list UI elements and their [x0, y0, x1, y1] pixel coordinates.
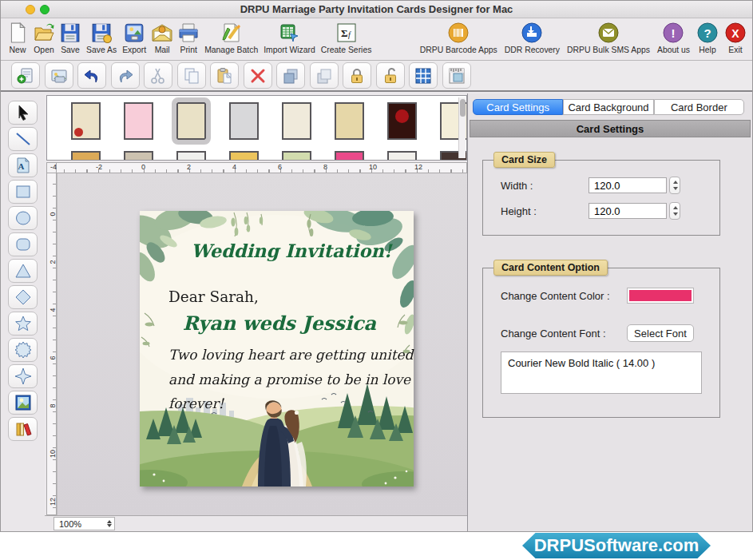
- scrollbar-thumb[interactable]: [460, 99, 466, 117]
- template-9-thumbnail[interactable]: [71, 151, 101, 161]
- select-font-button[interactable]: Select Font: [627, 324, 694, 342]
- tool-ellipse[interactable]: [8, 206, 38, 230]
- template-11-thumbnail[interactable]: [176, 151, 206, 161]
- card-size-group-label: Card Size: [493, 152, 555, 168]
- card-greeting-text[interactable]: Dear Sarah,: [168, 288, 259, 305]
- template-15-thumbnail[interactable]: [387, 151, 417, 161]
- ruler-panel-button[interactable]: [442, 62, 471, 89]
- card-names-text[interactable]: Ryan weds Jessica: [156, 312, 403, 335]
- grid-icon: [414, 67, 432, 85]
- toolbar-item-exit[interactable]: Exit: [725, 21, 746, 54]
- toolbar-item-help[interactable]: Help: [697, 21, 718, 54]
- toolbar-item-label: About us: [657, 46, 690, 54]
- drpu-software-badge[interactable]: DRPUSoftware.com: [522, 533, 711, 558]
- toolbar-item-import-wizard[interactable]: Import Wizard: [264, 21, 315, 54]
- height-stepper[interactable]: [669, 202, 680, 220]
- toolbar-item-label: Export: [122, 46, 146, 54]
- template-1-thumbnail[interactable]: [71, 102, 101, 140]
- paste-button[interactable]: [210, 62, 239, 89]
- template-3-thumbnail[interactable]: [176, 102, 206, 140]
- width-stepper[interactable]: [669, 177, 680, 194]
- tab-card-background[interactable]: Card Background: [563, 99, 653, 115]
- tool-star[interactable]: [8, 312, 38, 336]
- tool-seal[interactable]: [8, 338, 38, 362]
- mail-envelope-icon: [152, 21, 172, 45]
- tool-rounded-rectangle[interactable]: [8, 232, 38, 256]
- width-input[interactable]: 120.0: [589, 177, 667, 193]
- bring-to-front-button[interactable]: [276, 62, 305, 89]
- toolbar-item-save[interactable]: Save: [60, 21, 81, 54]
- drawing-tool-palette: [1, 93, 45, 531]
- template-10-thumbnail[interactable]: [124, 151, 153, 161]
- card-body-text[interactable]: Two loving heart are getting unitedand m…: [168, 343, 414, 416]
- design-canvas[interactable]: Wedding Invitation! Dear Sarah, Ryan wed…: [57, 173, 467, 515]
- invitation-card[interactable]: Wedding Invitation! Dear Sarah, Ryan wed…: [140, 211, 414, 487]
- toolbar-item-drpu-bulk-sms-apps[interactable]: DRPU Bulk SMS Apps: [567, 21, 650, 54]
- send-to-back-button[interactable]: [310, 62, 339, 89]
- template-5-thumbnail[interactable]: [282, 102, 311, 140]
- undo-button[interactable]: [77, 62, 106, 89]
- height-input[interactable]: 120.0: [589, 203, 667, 219]
- zoom-stepper[interactable]: [107, 518, 112, 530]
- tool-picture[interactable]: [8, 391, 38, 415]
- template-7-thumbnail[interactable]: [387, 102, 417, 140]
- panel-header: Card Settings: [470, 120, 751, 137]
- template-scrollbar[interactable]: [458, 97, 466, 158]
- exit-icon: [725, 21, 746, 45]
- tool-library[interactable]: [8, 417, 38, 441]
- settings-tabs: Card Settings Card Background Card Borde…: [473, 99, 744, 115]
- add-card-button[interactable]: [11, 62, 40, 89]
- tool-select[interactable]: [8, 101, 38, 125]
- height-label: Height :: [501, 205, 589, 217]
- tool-triangle[interactable]: [8, 259, 38, 283]
- save-floppy-icon: [60, 21, 81, 45]
- toolbar-item-create-series[interactable]: Create Series: [321, 21, 372, 54]
- zoom-level-select[interactable]: 100%: [54, 517, 115, 530]
- toolbar-item-export[interactable]: Export: [122, 21, 146, 54]
- lock-button[interactable]: [343, 62, 371, 89]
- content-color-swatch[interactable]: [627, 288, 694, 304]
- toolbar-item-open[interactable]: Open: [34, 21, 54, 54]
- grid-button[interactable]: [409, 62, 438, 89]
- tool-line[interactable]: [8, 127, 38, 151]
- toolbar-item-drpu-barcode-apps[interactable]: DRPU Barcode Apps: [420, 21, 497, 54]
- diamond-tool-icon: [14, 288, 32, 306]
- minimize-button[interactable]: [26, 5, 35, 14]
- tool-rectangle[interactable]: [8, 180, 38, 204]
- redo-button[interactable]: [111, 62, 140, 89]
- tab-card-settings[interactable]: Card Settings: [473, 99, 563, 115]
- toolbar-item-about-us[interactable]: About us: [657, 21, 690, 54]
- width-label: Width :: [501, 180, 589, 192]
- zoom-button[interactable]: [40, 5, 50, 14]
- screen: DRPU Marriage Party Invitation Cards Des…: [0, 0, 753, 560]
- hruler-number: 4: [232, 163, 236, 171]
- toolbar-item-print[interactable]: Print: [178, 21, 199, 54]
- toolbar-item-ddr-recovery[interactable]: DDR Recovery: [505, 21, 560, 54]
- template-2-thumbnail[interactable]: [124, 102, 153, 140]
- unlock-button[interactable]: [376, 62, 405, 89]
- undo-icon: [83, 67, 101, 85]
- template-14-thumbnail[interactable]: [335, 151, 364, 161]
- template-4-thumbnail[interactable]: [229, 102, 259, 140]
- printer-icon: [178, 21, 199, 45]
- tool-diamond[interactable]: [8, 285, 38, 309]
- delete-button[interactable]: [244, 62, 272, 89]
- tool-four-point-star[interactable]: [8, 364, 38, 388]
- toolbar-item-manage-batch[interactable]: Manage Batch: [204, 21, 258, 54]
- template-6-thumbnail[interactable]: [335, 102, 364, 140]
- copy-button[interactable]: [177, 62, 206, 89]
- tool-text[interactable]: [8, 153, 38, 177]
- insert-image-button[interactable]: [45, 62, 73, 89]
- tab-card-border[interactable]: Card Border: [654, 99, 744, 115]
- toolbar-item-new[interactable]: New: [7, 21, 28, 54]
- four-point-star-tool-icon: [14, 367, 32, 385]
- template-13-thumbnail[interactable]: [282, 151, 311, 161]
- toolbar-item-mail[interactable]: Mail: [152, 21, 172, 54]
- hruler-number: 0: [141, 163, 145, 171]
- cut-button[interactable]: [144, 62, 172, 89]
- font-value-box: Courier New Bold Italic ( 14.00 ): [501, 351, 702, 394]
- template-12-thumbnail[interactable]: [229, 151, 259, 161]
- open-folder-icon: [34, 21, 54, 45]
- toolbar-item-save-as[interactable]: Save As: [86, 21, 117, 54]
- card-title-text[interactable]: Wedding Invitation!: [172, 240, 411, 261]
